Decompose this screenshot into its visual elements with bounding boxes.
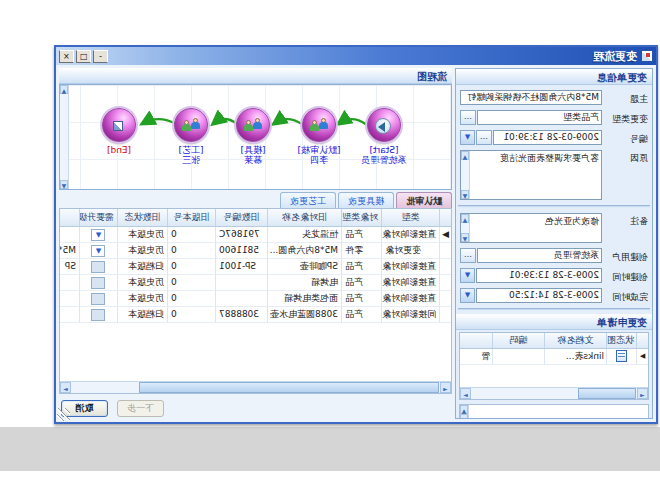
flow-canvas-scrollbar[interactable]: ▲ ▼ [60,85,69,189]
request-table-hscrollbar[interactable]: ◄ ► [460,387,648,399]
ellipsis-icon[interactable]: … [460,248,476,263]
flow-node-process[interactable]: [工艺] 张三 [156,108,226,165]
chevron-down-icon[interactable]: ▼ [92,229,106,241]
number-row: 编号 2009-03-28 13:39:01 … ▼ [460,130,648,145]
table-row[interactable]: ▶ 直接影响对象 产品 恒温龙头 791867C 0 历史版本 ▼ [60,227,451,243]
new-column-header[interactable]: 新 [59,209,79,227]
splitter [458,308,650,311]
scroll-down-icon[interactable]: ▼ [461,233,469,242]
subject-input[interactable]: M5*8内六角圆柱不锈钢采购螺钉 [460,90,602,105]
doc-name-column-header[interactable]: 文档名称 [544,333,606,349]
remark-row: 备注 修改为亚光色 ▲ ▼ [460,213,648,243]
change-request-table: 状态图 文档名称 编码 ▶ links表... 管 ◄ [459,332,649,400]
scroll-down-icon[interactable]: ▼ [461,190,469,199]
toggle-box-icon[interactable] [92,309,106,321]
status-cell [606,349,636,365]
chevron-down-icon[interactable]: ▼ [460,268,475,283]
chevron-down-icon[interactable]: ▼ [460,288,475,303]
tab-mold-change[interactable]: 模具更改 [338,192,394,208]
scroll-up-icon[interactable]: ▲ [461,151,469,160]
maximize-button[interactable]: □ [76,50,91,63]
flow-node-end[interactable]: [End] [84,108,154,155]
empty-list-scrollbar[interactable]: ▲ ▼ [460,405,469,418]
flow-node-start[interactable]: [Start] 系统管理员 [349,108,419,165]
close-button[interactable]: × [59,50,74,63]
reason-scrollbar[interactable]: ▲ ▼ [461,151,470,199]
status-icon-column-header[interactable]: 状态图 [606,333,636,349]
scroll-down-icon[interactable]: ▼ [60,180,68,189]
old-version-cell: 0 [167,227,215,243]
document-icon [616,350,627,362]
titlebar[interactable]: 变更流程 - □ × [56,47,656,65]
table-row[interactable]: 间接影响对象 产品 3088圆蓝电水壶 3088887 0 归档版本 [60,307,451,323]
ellipsis-icon[interactable]: … [460,110,476,125]
create-time-input[interactable]: 2009-3-28 13:39:01 [476,268,602,283]
scroll-up-icon[interactable]: ▲ [60,85,68,94]
upgrade-cell: ▼ [79,227,117,243]
scrollbar-thumb[interactable] [578,388,636,399]
upgrade-column-header[interactable]: 需要升级 [79,209,117,227]
old-name-cell: 恒温龙头 [267,227,341,243]
chevron-down-icon[interactable]: ▼ [92,245,106,257]
scroll-left-icon[interactable]: ◄ [440,382,451,393]
request-table-row[interactable]: ▶ links表... 管 [460,349,648,365]
old-version-cell: 0 [167,243,215,259]
upgrade-cell [79,259,117,275]
type-column-header[interactable]: 类型 [381,209,439,227]
number-input[interactable]: 2009-03-28 13:39:01 [493,130,602,145]
old-number-cell [215,291,267,307]
table-row[interactable]: 直接影响对象 产品 SP咖啡壶 SP-1001 0 归档版本 SP [60,259,451,275]
people-node-icon [236,108,270,142]
scroll-up-icon[interactable]: ▲ [461,214,469,223]
objtype-column-header[interactable]: 对象类型 [341,209,381,227]
table-row[interactable]: 直接影响对象 产品 电烤箱 0 历史版本 [60,275,451,291]
old-name-column-header[interactable]: 旧对象名称 [267,209,341,227]
flow-chart-canvas[interactable]: [Start] 系统管理员 [默认审核] [59,84,452,190]
next-button[interactable]: 下一步 [117,400,164,417]
create-time-row: 创建时间 2009-3-28 13:39:01 ▼ [460,268,648,283]
toggle-box-icon[interactable] [92,293,106,305]
old-version-cell: 0 [167,275,215,291]
scroll-right-icon[interactable]: ► [460,388,471,399]
cube-icon [113,121,123,131]
table-row[interactable]: 直接影响对象 产品 面包类电烤箱 0 历史版本 [60,291,451,307]
doc-name-cell: links表... [544,349,606,365]
empty-list-box: ▲ ▼ [459,404,649,419]
creator-input[interactable]: 系统管理员 [477,248,602,263]
tab-default-approval[interactable]: 默认审批 [396,192,452,208]
toggle-box-icon[interactable] [92,277,106,289]
scroll-down-icon[interactable]: ▼ [460,414,468,419]
chevron-down-icon[interactable]: ▼ [460,130,475,145]
finish-time-input[interactable]: 2009-3-28 14:12:50 [476,288,602,303]
minimize-button[interactable]: - [93,50,108,63]
code-column-header[interactable]: 编码 [492,333,544,349]
table-row[interactable]: 变更对象 零件 M5*8内六角圆... 5811600 0 历史版本 ▼ M5*… [60,243,451,259]
people-icon [180,117,200,133]
old-name-cell: SP咖啡壶 [267,259,341,275]
remark-textarea[interactable]: 修改为亚光色 ▲ ▼ [460,213,602,243]
finish-time-row: 完成时间 2009-3-28 14:12:50 ▼ [460,288,648,303]
old-number-cell: 3088887 [215,307,267,323]
reason-textarea[interactable]: 客户要求调整表面光洁度 ▲ ▼ [460,150,602,200]
upgrade-cell [79,307,117,323]
scrollbar-thumb[interactable] [139,382,439,393]
scroll-up-icon[interactable]: ▲ [460,405,468,414]
change-type-input[interactable]: 产品类型 [477,110,602,125]
impact-table-hscrollbar[interactable]: ◄ ► [60,381,451,393]
old-number-column-header[interactable]: 旧数编号 [215,209,267,227]
tab-process-change[interactable]: 工艺更改 [280,192,336,208]
old-status-cell: 历史版本 [117,275,167,291]
ellipsis-icon[interactable]: … [476,130,492,145]
old-version-column-header[interactable]: 旧版本号 [167,209,215,227]
scroll-left-icon[interactable]: ◄ [637,388,648,399]
resize-grip[interactable] [57,408,70,421]
flow-node-default-review[interactable]: [默认审核] 李四 [284,108,354,165]
reason-label: 原因 [602,150,648,163]
old-status-column-header[interactable]: 旧数状态 [117,209,167,227]
toggle-box-icon[interactable] [92,261,106,273]
remark-scrollbar[interactable]: ▲ ▼ [461,214,470,242]
old-number-cell: 5811600 [215,243,267,259]
old-status-cell: 历史版本 [117,291,167,307]
scroll-right-icon[interactable]: ► [60,382,71,393]
flow-node-mold[interactable]: [模具] 慕莱 [218,108,288,165]
